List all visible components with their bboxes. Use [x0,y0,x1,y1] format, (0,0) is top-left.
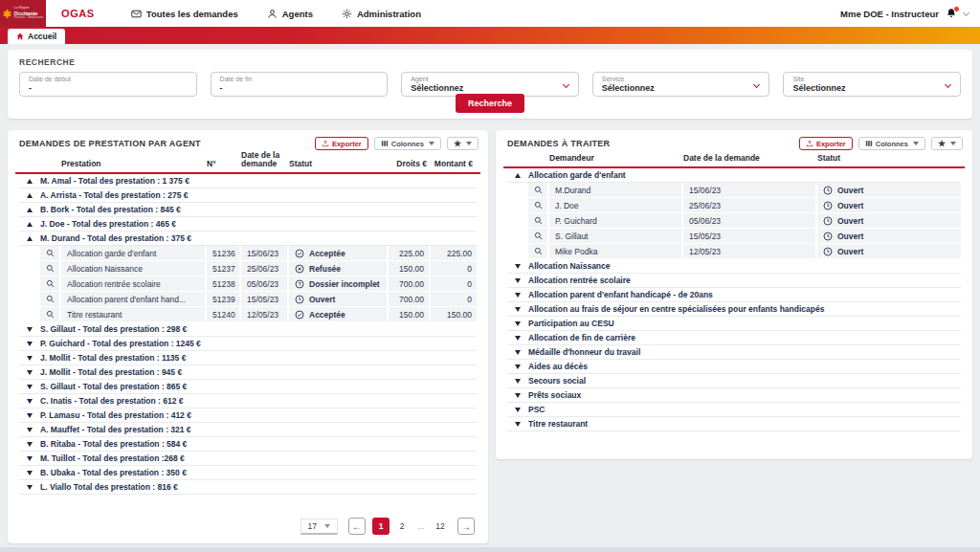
field-label: Date de fin [220,76,379,83]
filter-select-service[interactable]: ServiceSélectionnez [592,72,770,97]
filter-select-site[interactable]: SiteSélectionnez [783,72,961,97]
date-cell: 25/06/23 [683,198,817,212]
favorites-caret-icon [950,142,956,145]
columns-button[interactable]: Colonnes [858,137,925,150]
right-table-rows: Allocation garde d'enfantM.Durand15/06/2… [496,168,972,431]
page-button-2[interactable]: 2 [395,519,409,534]
group-label: M. Tuillot - Total des prestation :268 € [40,453,477,463]
view-demand-button[interactable] [40,292,61,306]
status-text: Ouvert [837,232,863,241]
group-label: Allocation rentrée scolaire [528,276,961,285]
view-demand-button[interactable] [40,276,61,291]
user-area: Mme DOE - Instructeur [840,8,980,19]
view-demand-button[interactable] [528,229,549,243]
group-row[interactable]: Prêts sociaux [507,388,961,403]
group-row[interactable]: P. Lamasu - Total des prestation : 412 € [19,408,477,423]
search-button[interactable]: Recherche [456,94,524,113]
group-row[interactable]: Allocation Naissance [507,259,961,274]
view-demand-button[interactable] [528,244,549,258]
num-cell-value: 51239 [207,292,241,306]
view-demand-button[interactable] [40,307,61,321]
group-row[interactable]: Titre restaurant [507,417,961,431]
view-demand-button[interactable] [528,183,549,197]
group-row[interactable]: C. Inatis - Total des prestation : 612 € [19,394,477,408]
view-demand-button[interactable] [40,246,61,260]
date-field[interactable]: Date de fin- [211,72,389,97]
field-label: Site [792,76,951,83]
collapse-triangle-icon [27,208,33,212]
group-row[interactable]: M. Durand - Total des prestation : 375 € [19,232,477,246]
group-row[interactable]: S. Gillaut - Total des prestation : 298 … [19,322,477,337]
columns-label: Colonnes [876,140,908,148]
num-cell-value: 51240 [207,307,241,321]
group-row[interactable]: Aides au décès [507,360,961,374]
group-row[interactable]: P. Guichard - Total des prestation : 124… [19,337,477,351]
nav-item-envelope[interactable]: Toutes les demandes [131,9,238,19]
group-row[interactable]: B. Bork - Total des prestation : 845 € [19,203,477,217]
user-menu-chevron-down-icon[interactable] [963,9,969,15]
page-numbers: 12...12 [372,518,447,535]
group-row[interactable]: J. Mollit - Total des prestation : 1135 … [19,351,477,365]
notifications-bell-icon[interactable] [946,8,957,19]
bottom-strip [0,547,980,552]
date-cell: 15/05/23 [683,229,817,243]
view-demand-button[interactable] [528,198,549,212]
top-navbar: La Région Occitanie Pyrénées - Méditerra… [0,0,980,27]
columns-button[interactable]: Colonnes [374,137,441,150]
gear-icon [342,9,352,19]
group-row[interactable]: J. Mollit - Total des prestation : 945 € [19,365,477,380]
group-row[interactable]: Allocation rentrée scolaire [507,274,961,288]
date-field[interactable]: Date de début- [19,72,197,97]
export-button[interactable]: Exporter [315,137,368,150]
droits-cell: 150.00 [389,307,431,321]
group-row[interactable]: Allocation de fin de carrière [507,331,961,345]
favorites-button[interactable]: ★ [931,137,963,150]
group-row[interactable]: A. Arrista - Total des prestation : 275 … [19,188,477,203]
field-label: Service [602,76,761,83]
tab-accueil[interactable]: Accueil [8,29,65,44]
home-icon [16,33,24,40]
col-statut: Statut [289,160,389,171]
favorites-button[interactable]: ★ [447,137,479,150]
right-panel-title: DEMANDES À TRAITER [507,139,610,148]
prev-page-button[interactable]: ← [348,518,366,535]
page-size-caret-icon [324,524,330,528]
group-row[interactable]: Secours social [507,374,961,388]
status-badge: Ouvert [817,183,961,197]
nav-item-person[interactable]: Agents [267,9,313,19]
group-row[interactable]: A. Mauffet - Total des prestation : 321 … [19,423,477,437]
col-montant: Montant € [431,160,477,171]
nav-item-gear[interactable]: Administration [342,9,421,19]
expand-triangle-icon [27,442,33,447]
group-row[interactable]: J. Doe - Total des prestation : 465 € [19,217,477,232]
view-demand-button[interactable] [40,261,61,276]
group-row[interactable]: Allocation au frais de séjour en centre … [507,302,961,317]
view-demand-button[interactable] [528,213,549,228]
page-size-select[interactable]: 17 [301,519,338,535]
group-row[interactable]: M. Amal - Total des prestation : 1 375 € [19,174,477,188]
page-button-12[interactable]: 12 [434,519,447,534]
group-row[interactable]: B. Ubaka - Total des prestation : 350 € [19,466,477,480]
group-row[interactable]: B. Ritaba - Total des prestation : 584 € [19,437,477,452]
region-occitanie-logo[interactable]: La Région Occitanie Pyrénées - Méditerra… [0,0,46,27]
group-row[interactable]: Participation au CESU [507,317,961,331]
expand-triangle-icon [27,399,33,404]
person-icon [267,9,278,19]
group-row[interactable]: L. Viallo Total des prestation : 816 € [19,480,477,495]
field-value: Sélectionnez [602,83,761,94]
expand-triangle-icon [27,356,33,361]
page-button-1[interactable]: 1 [372,518,390,535]
group-row[interactable]: Médaille d'honneur du travail [507,345,961,360]
export-button[interactable]: Exporter [799,137,853,150]
group-row[interactable]: Allocation parent d'enfant handicapé - d… [507,288,961,302]
next-page-button[interactable]: → [457,518,475,535]
app-name[interactable]: OGAS [61,8,95,19]
group-row[interactable]: Allocation garde d'enfant [507,168,961,183]
group-row[interactable]: PSC [507,403,961,417]
status-badge: Ouvert [289,292,389,306]
expand-triangle-icon [27,370,33,375]
star-icon: ★ [938,140,946,148]
group-row[interactable]: M. Tuillot - Total des prestation :268 € [19,452,477,466]
date-cell: 05/06/23 [241,276,289,291]
group-row[interactable]: S. Gillaut - Total des prestation : 865 … [19,380,477,394]
